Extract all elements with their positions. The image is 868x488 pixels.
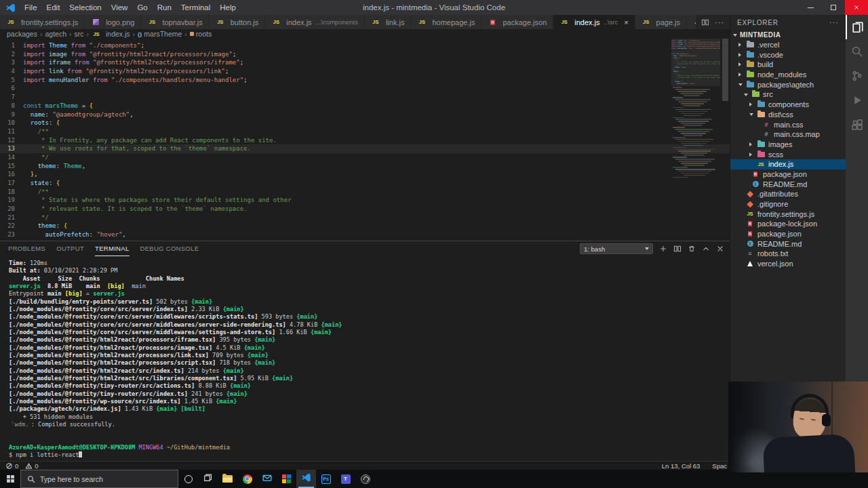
minimap[interactable]: import Theme from "./components";import … [671, 40, 720, 179]
code-line-18[interactable]: 18 /** [0, 188, 730, 197]
tab-index.js[interactable]: JSindex.js...\components [265, 15, 365, 29]
tree-item-.vercel[interactable]: .vercel [730, 40, 846, 50]
code-line-10[interactable]: 10 roots: { [0, 119, 730, 127]
mail-taskbar-icon[interactable] [257, 470, 277, 488]
editor-scrollbar[interactable] [720, 39, 730, 241]
minimize-button[interactable] [799, 0, 822, 15]
tree-item-.gitattributes[interactable]: .gitattributes [730, 189, 846, 199]
indentation-setting[interactable]: Spac [712, 462, 727, 470]
menu-view[interactable]: View [106, 0, 133, 15]
code-line-7[interactable]: 7 [0, 93, 730, 102]
explorer-icon[interactable] [846, 15, 868, 39]
source-control-icon[interactable] [846, 64, 868, 88]
maximize-panel-button[interactable] [702, 245, 710, 253]
tree-item-scss[interactable]: scss [730, 149, 846, 159]
new-terminal-button[interactable] [659, 245, 667, 253]
code-line-6[interactable]: 6 [0, 84, 730, 93]
code-line-17[interactable]: 17 state: { [0, 179, 730, 188]
breadcrumb-item-index.js[interactable]: JSindex.js [92, 30, 130, 39]
tab-topnavbar.js[interactable]: JStopnavbar.js [141, 15, 209, 29]
tab-homepage.js[interactable]: JShomepage.js [411, 15, 481, 29]
code-line-8[interactable]: 8const marsTheme = { [0, 102, 730, 110]
tab-close-icon[interactable]: × [624, 19, 628, 26]
run-debug-icon[interactable] [846, 88, 868, 113]
code-editor[interactable]: 1import Theme from "./components";2impor… [0, 39, 730, 241]
file-explorer-taskbar-icon[interactable] [218, 470, 237, 488]
menu-help[interactable]: Help [215, 0, 241, 15]
code-line-16[interactable]: 16 }, [0, 170, 730, 179]
maximize-button[interactable] [822, 0, 845, 15]
tab-link.js[interactable]: JSlink.js [365, 15, 412, 29]
tab-index.js[interactable]: JSindex.js..\src× [553, 15, 635, 29]
panel-tab-output[interactable]: OUTPUT [56, 241, 84, 256]
tree-item-main.css[interactable]: #main.css [730, 119, 846, 129]
search-icon[interactable] [846, 39, 868, 64]
explorer-more-actions-button[interactable]: ··· [829, 18, 839, 26]
tree-item-images[interactable]: images [730, 140, 846, 150]
tree-item-.vscode[interactable]: .vscode [730, 49, 846, 60]
split-terminal-button[interactable] [673, 245, 682, 253]
code-line-1[interactable]: 1import Theme from "./components"; [0, 41, 730, 50]
tab-frontity.settings.js[interactable]: JSfrontity.settings.js [0, 15, 85, 29]
tree-item-src[interactable]: src [730, 89, 846, 100]
code-line-4[interactable]: 4import link from "@frontity/html2react/… [0, 67, 730, 76]
panel-tab-terminal[interactable]: TERMINAL [95, 241, 129, 256]
photoshop-taskbar-icon[interactable]: Ps [316, 470, 336, 488]
tree-item-package.json[interactable]: npackage.json [730, 229, 846, 239]
menu-go[interactable]: Go [132, 0, 152, 15]
tree-item-node_modules[interactable]: node_modules [730, 70, 846, 80]
tree-item-index.js[interactable]: JSindex.js [730, 159, 846, 169]
start-button[interactable] [0, 470, 20, 488]
tree-item-packages-agtech[interactable]: packages\agtech [730, 79, 846, 89]
teams-taskbar-icon[interactable]: T [336, 470, 355, 488]
code-line-13[interactable]: 13 * We use roots for that, scoped to th… [0, 144, 730, 153]
breadcrumb-item-src[interactable]: src [74, 30, 83, 38]
code-line-21[interactable]: 21 */ [0, 214, 730, 222]
code-line-2[interactable]: 2import image from "@frontity/html2react… [0, 50, 730, 59]
menu-selection[interactable]: Selection [64, 0, 106, 15]
tree-item-vercel.json[interactable]: vercel.json [730, 259, 846, 269]
breadcrumb-item-marsTheme[interactable]: {}marsTheme [138, 30, 182, 38]
code-line-11[interactable]: 11 /** [0, 127, 730, 136]
code-line-20[interactable]: 20 * relevant state. It is scoped to the… [0, 205, 730, 214]
tab-button.js[interactable]: JSbutton.js [210, 15, 266, 29]
panel-tab-problems[interactable]: PROBLEMS [8, 241, 45, 256]
code-line-19[interactable]: 19 * State is where the packages store t… [0, 196, 730, 205]
code-line-5[interactable]: 5import menuHandler from "./components/h… [0, 76, 730, 85]
close-button[interactable] [845, 0, 868, 15]
tree-item-main.css.map[interactable]: #main.css.map [730, 129, 846, 140]
close-panel-button[interactable] [716, 245, 724, 253]
tree-item-build[interactable]: build [730, 60, 846, 70]
tree-item-dist-css[interactable]: dist\css [730, 110, 846, 120]
tree-item-package.json[interactable]: npackage.json [730, 169, 846, 180]
tree-item-robots.txt[interactable]: ≡robots.txt [730, 249, 846, 259]
tab-package.json[interactable]: npackage.json [481, 15, 553, 29]
code-line-9[interactable]: 9 name: "@aamodtgroup/agtech", [0, 110, 730, 119]
chrome-taskbar-icon[interactable] [237, 470, 257, 488]
task-view-taskbar-icon[interactable] [198, 470, 218, 488]
split-editor-button[interactable] [701, 18, 709, 26]
tree-item-.gitignore[interactable]: .gitignore [730, 199, 846, 209]
terminal-shell-select[interactable]: 1: bash [580, 243, 653, 254]
menu-edit[interactable]: Edit [42, 0, 65, 15]
photos-taskbar-icon[interactable] [277, 470, 296, 488]
tree-item-frontity.settings.js[interactable]: JSfrontity.settings.js [730, 209, 846, 219]
breadcrumb-item-agtech[interactable]: agtech [45, 30, 66, 38]
menu-file[interactable]: File [20, 0, 42, 15]
cursor-position[interactable]: Ln 13, Col 63 [662, 462, 701, 470]
taskbar-search[interactable]: Type here to search [20, 470, 178, 488]
menu-run[interactable]: Run [153, 0, 176, 15]
kill-terminal-button[interactable] [688, 245, 696, 253]
panel-tab-debug-console[interactable]: DEBUG CONSOLE [140, 241, 199, 256]
extensions-icon[interactable] [846, 113, 868, 137]
cortana-taskbar-icon[interactable] [178, 470, 198, 488]
code-line-3[interactable]: 3import iframe from "@frontity/html2reac… [0, 58, 730, 67]
scrollbar-thumb[interactable] [722, 39, 728, 101]
tab-page.js[interactable]: JSpage.js [635, 15, 687, 29]
code-line-22[interactable]: 22 theme: { [0, 222, 730, 230]
problems-warnings[interactable]: 0 [25, 462, 38, 470]
tree-item-MINTMEDIA[interactable]: MINTMEDIA [730, 30, 846, 40]
vscode-taskbar-icon[interactable] [296, 470, 316, 488]
code-line-12[interactable]: 12 * In Frontity, any package can add Re… [0, 136, 730, 145]
breadcrumb-item-roots[interactable]: roots [190, 30, 212, 38]
